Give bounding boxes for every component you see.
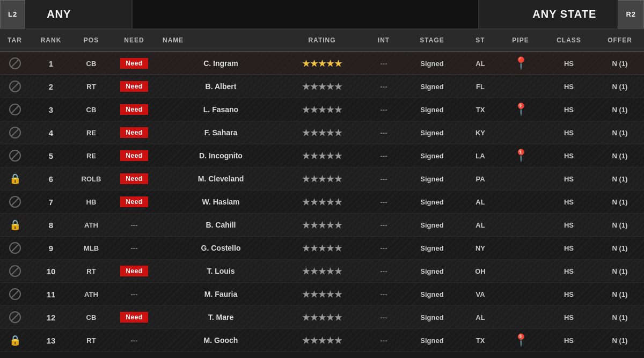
- star-4: ★: [326, 266, 334, 276]
- rank-cell: 12: [30, 313, 72, 322]
- need-badge: Need: [120, 127, 148, 138]
- stage-cell: Signed: [402, 129, 462, 137]
- tar-cell: [0, 242, 30, 254]
- star-1: ★: [302, 105, 310, 115]
- name-cell: C. Ingram: [158, 59, 279, 68]
- st-cell: TX: [462, 337, 499, 345]
- tar-cell: [0, 196, 30, 208]
- no-target-icon: [9, 242, 21, 254]
- table-row[interactable]: 🔒 8 ATH --- B. Cahill ★★★★★ --- Signed A…: [0, 214, 644, 237]
- st-cell: AL: [462, 221, 499, 229]
- star-2: ★: [310, 335, 318, 346]
- int-cell: ---: [365, 337, 402, 345]
- table-header: TAR RANK POS NEED NAME RATING INT STAGE …: [0, 30, 644, 52]
- table-row[interactable]: 3 CB Need L. Fasano ★★★★★ --- Signed TX …: [0, 98, 644, 121]
- need-badge: Need: [120, 196, 148, 207]
- class-cell: HS: [542, 152, 596, 160]
- star-3: ★: [318, 220, 326, 230]
- table-row[interactable]: 🔒 13 RT --- M. Gooch ★★★★★ --- Signed TX…: [0, 329, 644, 352]
- table-row[interactable]: 5 RE Need D. Incognito ★★★★★ --- Signed …: [0, 144, 644, 167]
- table-row[interactable]: 12 CB Need T. Mare ★★★★★ --- Signed AL H…: [0, 306, 644, 329]
- offer-cell: N (1): [596, 175, 644, 183]
- name-cell: F. Sahara: [158, 128, 279, 137]
- state-filter[interactable]: ANY STATE: [478, 0, 618, 28]
- class-cell: HS: [542, 83, 596, 91]
- int-cell: ---: [365, 267, 402, 275]
- class-cell: HS: [542, 313, 596, 322]
- table-body: 1 CB Need C. Ingram ★★★★★ --- Signed AL …: [0, 52, 644, 352]
- st-cell: FL: [462, 83, 499, 91]
- rank-cell: 6: [30, 174, 72, 184]
- lock-icon: 🔒: [9, 219, 21, 231]
- class-cell: HS: [542, 244, 596, 252]
- rating-stars: ★★★★★: [302, 220, 342, 230]
- star-3: ★: [318, 128, 326, 138]
- class-cell: HS: [542, 198, 596, 206]
- star-1: ★: [302, 312, 310, 323]
- int-cell: ---: [365, 313, 402, 322]
- pipe-cell: 📍 1: [499, 149, 542, 163]
- table-row[interactable]: 1 CB Need C. Ingram ★★★★★ --- Signed AL …: [0, 52, 644, 75]
- st-cell: AL: [462, 198, 499, 206]
- no-need: ---: [131, 290, 138, 298]
- offer-cell: N (1): [596, 60, 644, 68]
- r2-trigger[interactable]: R2: [618, 0, 644, 28]
- table-row[interactable]: 11 ATH --- M. Fauria ★★★★★ --- Signed VA…: [0, 283, 644, 306]
- name-cell: G. Costello: [158, 244, 279, 252]
- int-cell: ---: [365, 198, 402, 206]
- star-1: ★: [302, 289, 310, 299]
- int-cell: ---: [365, 129, 402, 137]
- pos-cell: CB: [72, 106, 110, 114]
- pipe-cell: 📍 2: [499, 333, 542, 347]
- rating-cell: ★★★★★: [279, 151, 365, 161]
- pos-cell: RT: [72, 267, 110, 275]
- st-cell: VA: [462, 290, 499, 298]
- int-cell: ---: [365, 106, 402, 114]
- pipe-pin-numbered: 📍 2: [514, 103, 528, 116]
- name-cell: L. Fasano: [158, 105, 279, 114]
- star-4: ★: [326, 128, 334, 138]
- table-row[interactable]: 10 RT Need T. Louis ★★★★★ --- Signed OH …: [0, 260, 644, 283]
- table-row[interactable]: 9 MLB --- G. Costello ★★★★★ --- Signed N…: [0, 237, 644, 260]
- stage-cell: Signed: [402, 244, 462, 252]
- tar-cell: [0, 57, 30, 69]
- star-4: ★: [326, 243, 334, 253]
- star-3: ★: [318, 59, 326, 69]
- star-5: ★: [334, 289, 342, 299]
- rank-cell: 7: [30, 198, 72, 207]
- rating-stars: ★★★★★: [302, 266, 342, 276]
- offer-cell: N (1): [596, 313, 644, 322]
- int-cell: ---: [365, 83, 402, 91]
- rating-stars: ★★★★★: [302, 312, 342, 323]
- rating-cell: ★★★★★: [279, 289, 365, 299]
- l2-trigger[interactable]: L2: [0, 0, 25, 28]
- star-5: ★: [334, 59, 342, 69]
- star-1: ★: [302, 59, 310, 69]
- filter-any[interactable]: ANY: [25, 0, 133, 28]
- star-1: ★: [302, 197, 310, 207]
- need-cell: ---: [110, 244, 158, 252]
- rank-cell: 9: [30, 244, 72, 253]
- table-row[interactable]: 2 RT Need B. Albert ★★★★★ --- Signed FL …: [0, 75, 644, 98]
- stage-cell: Signed: [402, 152, 462, 160]
- pos-cell: RT: [72, 83, 110, 91]
- col-stage: STAGE: [402, 36, 462, 44]
- col-need: NEED: [110, 36, 158, 44]
- st-cell: AL: [462, 313, 499, 322]
- need-cell: Need: [110, 127, 158, 138]
- offer-cell: N (1): [596, 198, 644, 206]
- table-row[interactable]: 7 HB Need W. Haslam ★★★★★ --- Signed AL …: [0, 191, 644, 214]
- star-3: ★: [318, 174, 326, 184]
- need-cell: Need: [110, 173, 158, 184]
- table-row[interactable]: 4 RE Need F. Sahara ★★★★★ --- Signed KY …: [0, 121, 644, 144]
- tar-cell: [0, 81, 30, 92]
- star-5: ★: [334, 82, 342, 92]
- offer-cell: N (1): [596, 83, 644, 91]
- table-row[interactable]: 🔒 6 ROLB Need M. Cleveland ★★★★★ --- Sig…: [0, 167, 644, 191]
- st-cell: TX: [462, 106, 499, 114]
- tar-cell: 🔒: [0, 219, 30, 231]
- stage-cell: Signed: [402, 290, 462, 298]
- star-4: ★: [326, 59, 334, 69]
- star-4: ★: [326, 220, 334, 230]
- star-2: ★: [310, 197, 318, 207]
